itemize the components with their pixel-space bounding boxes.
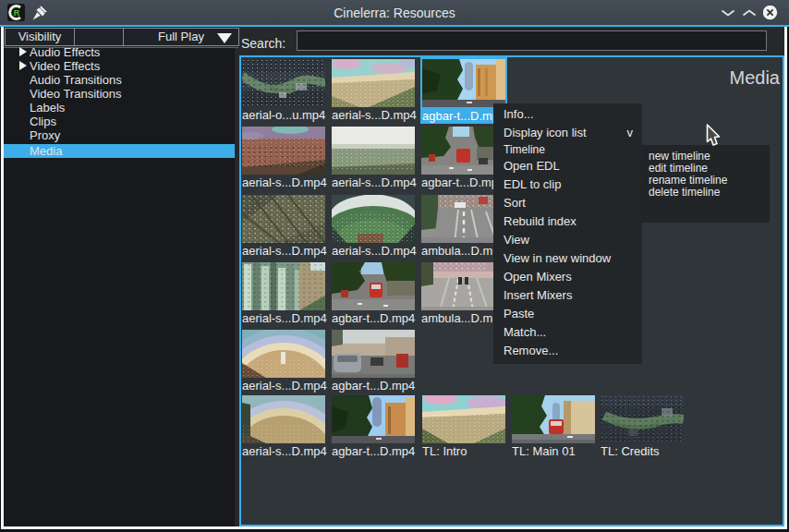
svg-text:R: R [14,8,20,18]
